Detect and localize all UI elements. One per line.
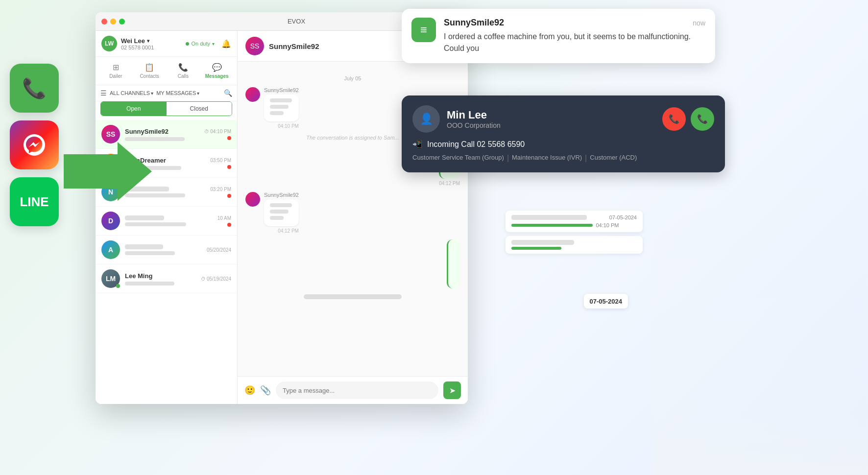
conv-meta: 10 AM	[217, 215, 231, 227]
msg-bubble-wrap: SunnySmile92 04:12 PM	[264, 192, 299, 234]
line-channel-icon[interactable]: LINE	[10, 177, 59, 226]
call-top: 👤 Min Lee OOO Corporation 📞 📞	[412, 105, 714, 133]
draft-line	[304, 294, 402, 299]
phone-icon: 📞	[22, 77, 47, 100]
messenger-channel-icon[interactable]	[10, 120, 59, 169]
svg-marker-1	[64, 142, 152, 201]
msg-line	[270, 111, 284, 115]
tab-messages[interactable]: 💬 Messages	[200, 60, 233, 82]
online-indicator	[116, 284, 120, 288]
conv-name: SunnySmile92	[125, 128, 199, 135]
conv-name-placeholder	[125, 215, 164, 220]
send-button[interactable]: ➤	[443, 381, 461, 399]
open-tab-button[interactable]: Open	[101, 102, 167, 116]
call-number: Incoming Call 02 5568 6590	[427, 140, 525, 149]
message-input[interactable]	[276, 381, 438, 399]
tab-calls[interactable]: 📞 Calls	[167, 60, 200, 82]
metric-bar-row	[511, 247, 637, 250]
reply-bubble-large	[447, 239, 460, 288]
close-button[interactable]	[101, 19, 107, 24]
bell-icon[interactable]: 🔔	[221, 39, 231, 48]
tab-dailer[interactable]: ⊞ Dailer	[99, 60, 132, 82]
metric-row	[506, 236, 643, 254]
fullscreen-button[interactable]	[119, 19, 125, 24]
line-icon: LINE	[20, 194, 48, 210]
conv-time: 05/20/2024	[207, 247, 231, 253]
msg-avatar	[245, 87, 260, 102]
unread-badge	[227, 136, 231, 140]
contacts-icon: 📋	[145, 63, 154, 72]
conv-meta: ⏱ 05/19/2024	[201, 276, 231, 282]
user-header: LW Wei Lee ▾ 02 5578 0001 On duty ▾ 🔔	[96, 31, 237, 57]
closed-tab-button[interactable]: Closed	[167, 102, 232, 116]
app-content: LW Wei Lee ▾ 02 5578 0001 On duty ▾ 🔔	[96, 31, 468, 404]
filter-bar: ☰ ALL CHANNELS ▾ MY MESSAGES ▾ 🔍	[96, 85, 237, 101]
arrow-decoration	[64, 142, 152, 210]
phone-channel-icon[interactable]: 📞	[10, 64, 59, 113]
messages-chevron-icon: ▾	[197, 91, 199, 96]
call-group-tag: Customer Service Team (Group)	[412, 154, 504, 163]
accept-call-button[interactable]: 📞	[691, 107, 714, 131]
conv-body: Lee Ming	[125, 272, 196, 285]
chevron-down-icon: ▾	[147, 38, 149, 44]
caller-info: Min Lee OOO Corporation	[447, 109, 655, 129]
notification-icon-wrap: ≡	[411, 18, 436, 42]
msg-line	[270, 203, 292, 207]
calls-icon: 📞	[178, 63, 188, 72]
status-indicator	[186, 42, 189, 46]
search-button[interactable]: 🔍	[224, 89, 232, 97]
metric-bar-row: 04:10 PM	[511, 222, 637, 228]
msg-time: 04:12 PM	[264, 228, 299, 234]
call-tags: Customer Service Team (Group) | Maintena…	[412, 154, 714, 163]
conv-preview	[125, 251, 175, 255]
attachment-button[interactable]: 📎	[260, 385, 271, 396]
filter-icon: ☰	[100, 89, 107, 97]
unread-badge	[227, 194, 231, 198]
decline-call-button[interactable]: 📞	[662, 107, 686, 131]
metric-date: 07-05-2024	[609, 214, 637, 220]
evox-notification-icon: ≡	[420, 23, 427, 37]
msg-bubble	[264, 95, 299, 121]
caller-company: OOO Corporation	[447, 121, 655, 129]
emoji-button[interactable]: 🙂	[244, 385, 255, 396]
dailer-icon: ⊞	[113, 63, 119, 72]
my-messages-filter[interactable]: MY MESSAGES ▾	[156, 90, 199, 96]
conv-meta: 03:20 PM	[210, 187, 231, 198]
chat-contact-avatar: SS	[245, 37, 264, 55]
list-item[interactable]: A 05/20/2024	[96, 236, 237, 264]
avatar: LW	[101, 36, 117, 51]
metric-value: 04:10 PM	[596, 222, 619, 228]
list-item[interactable]: LM Lee Ming ⏱ 05/19/2024	[96, 264, 237, 293]
caller-name: Min Lee	[447, 109, 655, 121]
notification-body: SunnySmile92 now I ordered a coffee mach…	[444, 18, 705, 54]
tab-contacts[interactable]: 📋 Contacts	[133, 60, 166, 82]
avatar: SS	[101, 125, 120, 143]
metric-bar	[511, 224, 593, 227]
metric-line	[511, 215, 587, 220]
conv-time: 03:20 PM	[210, 187, 231, 192]
user-info: Wei Lee ▾ 02 5578 0001	[121, 37, 182, 50]
chat-input-area: 🙂 📎 ➤	[238, 376, 468, 404]
traffic-lights	[101, 19, 125, 24]
call-card: 👤 Min Lee OOO Corporation 📞 📞 📲 Incoming…	[402, 95, 725, 172]
date-context-card: 07-05-2024	[584, 294, 628, 309]
call-actions: 📞 📞	[662, 107, 714, 131]
call-ivr-tag: Maintenance Issue (IVR)	[512, 154, 582, 163]
msg-time: 04:10 PM	[264, 123, 299, 129]
list-item[interactable]: D 10 AM	[96, 207, 237, 236]
conv-meta: 05/20/2024	[207, 247, 231, 253]
all-channels-filter[interactable]: ALL CHANNELS ▾	[110, 90, 153, 96]
caller-avatar: 👤	[412, 105, 440, 133]
conv-preview	[125, 222, 186, 226]
status-badge[interactable]: On duty ▾	[186, 41, 215, 47]
conv-time: 10 AM	[217, 215, 231, 221]
chat-main: SS SunnySmile92 July 05 SunnySmile92	[238, 31, 468, 404]
metric-line	[511, 240, 574, 245]
messenger-icon	[22, 133, 47, 157]
message-row-large	[245, 239, 460, 288]
minimize-button[interactable]	[110, 19, 116, 24]
person-icon: 👤	[420, 113, 433, 125]
avatar: D	[101, 212, 120, 230]
user-phone: 02 5578 0001	[121, 45, 182, 50]
tag-separator: |	[507, 154, 509, 163]
